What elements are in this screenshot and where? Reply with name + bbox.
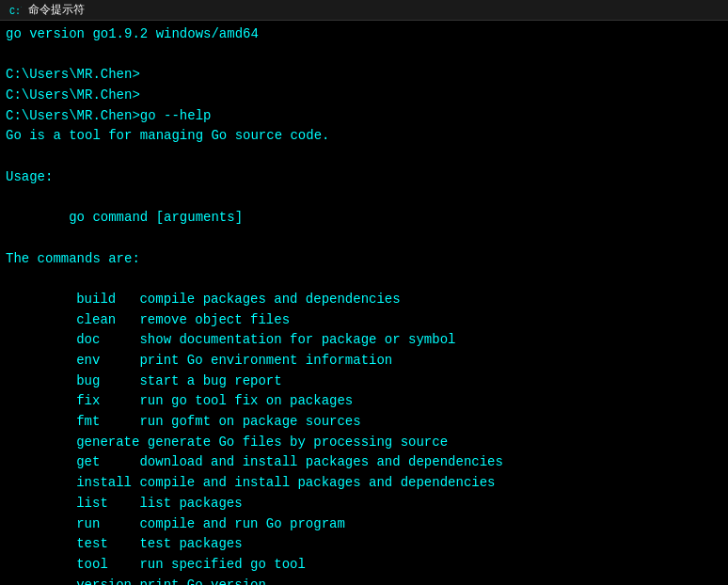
line-blank4 — [6, 229, 722, 249]
cmd-row-clean: clean remove object files — [13, 310, 722, 331]
cmd-name-generate: generate — [13, 433, 139, 453]
cmd-row-list: list list packages — [13, 494, 722, 514]
cmd-desc-tool: run specified go tool — [139, 555, 305, 576]
cmd-row-bug: bug start a bug report — [13, 372, 722, 392]
line-usage-cmd: go command [arguments] — [6, 208, 722, 229]
commands-table: build compile packages and dependencies … — [6, 290, 722, 585]
cmd-row-get: get download and install packages and de… — [13, 452, 722, 473]
cmd-row-generate: generate generate Go files by processing… — [13, 433, 722, 453]
line-blank2 — [6, 147, 722, 167]
cmd-name-doc: doc — [13, 330, 139, 351]
cmd-desc-test: test packages — [139, 534, 242, 555]
cmd-row-fix: fix run go tool fix on packages — [13, 391, 722, 412]
cmd-row-env: env print Go environment information — [13, 351, 722, 372]
line-usage-label: Usage: — [6, 167, 722, 188]
line-blank5 — [6, 269, 722, 290]
cmd-desc-clean: remove object files — [139, 310, 290, 331]
cmd-row-install: install compile and install packages and… — [13, 473, 722, 494]
line-version: go version go1.9.2 windows/amd64 — [6, 24, 722, 45]
titlebar-title: 命令提示符 — [28, 2, 85, 18]
cmd-desc-doc: show documentation for package or symbol — [139, 330, 455, 351]
cmd-name-fix: fix — [13, 391, 139, 412]
line-commands-header: The commands are: — [6, 249, 722, 270]
cmd-name-tool: tool — [13, 555, 139, 576]
line-blank3 — [6, 188, 722, 209]
cmd-row-fmt: fmt run gofmt on package sources — [13, 412, 722, 433]
line-command: C:\Users\MR.Chen>go --help — [6, 106, 722, 127]
cmd-row-version: version print Go version — [13, 576, 722, 585]
cmd-name-clean: clean — [13, 310, 139, 331]
cmd-name-list: list — [13, 494, 139, 514]
cmd-desc-generate: generate Go files by processing source — [139, 433, 448, 453]
terminal-body: go version go1.9.2 windows/amd64 C:\User… — [0, 21, 728, 585]
cmd-row-test: test test packages — [13, 534, 722, 555]
cmd-desc-fix: run go tool fix on packages — [139, 391, 353, 412]
cmd-name-get: get — [13, 452, 139, 473]
cmd-row-doc: doc show documentation for package or sy… — [13, 330, 722, 351]
cmd-desc-install: compile and install packages and depende… — [139, 473, 495, 494]
cmd-desc-build: compile packages and dependencies — [139, 290, 400, 310]
cmd-name-env: env — [13, 351, 139, 372]
line-desc: Go is a tool for managing Go source code… — [6, 126, 722, 147]
titlebar: C:\ 命令提示符 — [0, 0, 728, 21]
line-prompt1: C:\Users\MR.Chen> — [6, 65, 722, 86]
cmd-name-build: build — [13, 290, 139, 310]
cmd-desc-list: list packages — [139, 494, 242, 514]
cmd-row-tool: tool run specified go tool — [13, 555, 722, 576]
cmd-name-bug: bug — [13, 372, 139, 392]
cmd-desc-run: compile and run Go program — [139, 514, 344, 535]
cmd-name-install: install — [13, 473, 139, 494]
cmd-desc-get: download and install packages and depend… — [139, 452, 502, 473]
cmd-desc-bug: start a bug report — [139, 372, 281, 392]
svg-text:C:\: C:\ — [9, 7, 22, 17]
line-blank1 — [6, 45, 722, 66]
line-prompt2: C:\Users\MR.Chen> — [6, 86, 722, 106]
cmd-name-version: version — [13, 576, 139, 585]
cmd-row-run: run compile and run Go program — [13, 514, 722, 535]
cmd-name-fmt: fmt — [13, 412, 139, 433]
cmd-name-test: test — [13, 534, 139, 555]
cmd-desc-env: print Go environment information — [139, 351, 392, 372]
cmd-row-build: build compile packages and dependencies — [13, 290, 722, 310]
cmd-icon: C:\ — [8, 3, 23, 18]
cmd-desc-version: print Go version — [139, 576, 265, 585]
cmd-desc-fmt: run gofmt on package sources — [139, 412, 360, 433]
cmd-name-run: run — [13, 514, 139, 535]
